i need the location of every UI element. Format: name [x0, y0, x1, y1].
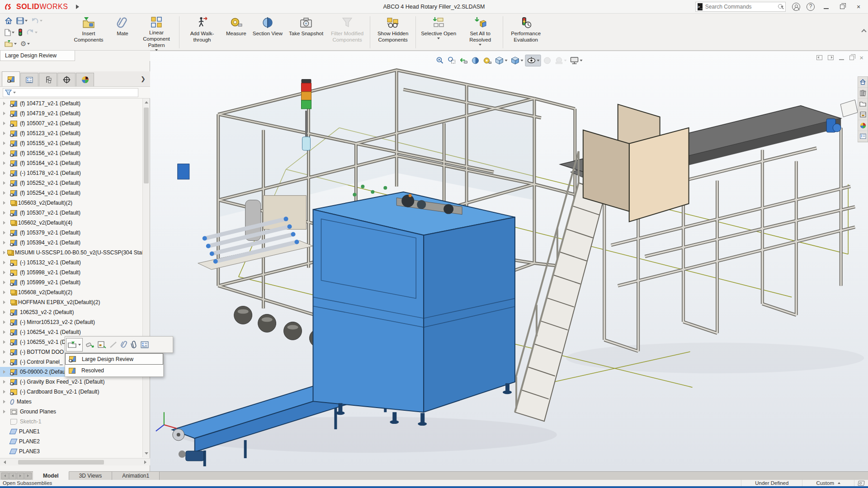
tab-propertymanager[interactable]	[20, 73, 38, 86]
open-dropdown-icon[interactable]	[14, 43, 17, 45]
tree-vertical-scrollbar[interactable]	[142, 99, 150, 457]
search-input[interactable]	[705, 4, 775, 10]
ribbon-button-performance-evaluation[interactable]: Performance Evaluation	[505, 14, 547, 50]
graphics-viewport[interactable]: ×	[150, 51, 868, 471]
tree-item-ground-planes[interactable]: Ground Planes	[0, 407, 143, 417]
open-button[interactable]	[4, 40, 18, 48]
tree-item[interactable]: (-) 105132_v2-1 (Default)	[0, 258, 143, 267]
tree-item[interactable]: HOFFMAN E1PBX_v2(Default)(2)	[0, 297, 143, 307]
tree-item[interactable]: (-) Gravity Box Feed_v2-1 (Default)	[0, 377, 143, 387]
solidworks-resources-home-icon[interactable]	[858, 77, 868, 88]
tree-item[interactable]: (-) Cardboard Box_v2-1 (Default)	[0, 387, 143, 397]
smart-mate-icon[interactable]	[131, 340, 138, 349]
tree-item[interactable]: (f) 105999_v2-1 (Default)	[0, 277, 143, 287]
ribbon-button-section-view[interactable]: Section View	[250, 14, 286, 50]
doc-minimize-icon[interactable]	[839, 56, 844, 60]
ribbon-button-insert-components[interactable]: Insert Components	[68, 14, 109, 50]
tree-item-plane[interactable]: PLANE2	[0, 436, 143, 446]
tree-item[interactable]: (f) 104719_v2-1 (Default)	[0, 108, 143, 118]
tree-item[interactable]: (f) 105156_v2-1 (Default)	[0, 148, 143, 158]
tree-item[interactable]: 106253_v2-2 (Default)	[0, 307, 143, 317]
tree-item[interactable]: (f) 105123_v2-1 (Default)	[0, 128, 143, 138]
scrollbar-thumb[interactable]	[144, 108, 149, 183]
tab-dimxpertmanager[interactable]	[57, 73, 75, 86]
selective-open-dropdown-icon[interactable]	[437, 38, 440, 39]
minimize-button[interactable]	[821, 3, 831, 10]
tree-item[interactable]: (f) 105164_v2-1 (Default)	[0, 158, 143, 168]
help-icon[interactable]: ?	[807, 3, 815, 11]
save-dropdown-icon[interactable]	[25, 20, 28, 22]
open-component-button[interactable]	[66, 338, 83, 352]
display-state-selector[interactable]: Custom	[802, 480, 854, 486]
tree-item[interactable]: (-) 105178_v2-1 (Default)	[0, 168, 143, 178]
ribbon-button-selective-open[interactable]: Selective Open	[418, 14, 459, 50]
ribbon-button-mate[interactable]: Mate	[109, 14, 136, 50]
menu-item-resolved[interactable]: Resolved	[65, 365, 163, 376]
component-preview-icon[interactable]	[97, 341, 106, 349]
commandmanager-tab-large-design-review[interactable]: Large Design Review	[0, 51, 75, 61]
ribbon-button-take-snapshot[interactable]: Take Snapshot	[286, 14, 326, 50]
display-style-icon[interactable]	[509, 55, 524, 66]
collapse-left-pane-icon[interactable]	[816, 55, 822, 60]
tree-item[interactable]: (f) 105254_v2-1 (Default)	[0, 188, 143, 198]
tab-displaymanager[interactable]	[76, 73, 94, 86]
file-explorer-folder-icon[interactable]	[858, 99, 868, 109]
last-tab-button[interactable]	[24, 473, 32, 479]
tree-item-sketch[interactable]: Sketch-1	[0, 417, 143, 427]
redo-button[interactable]	[25, 28, 38, 36]
ribbon-button-show-hidden-components[interactable]: Show Hidden Components	[372, 14, 414, 50]
hide-show-dropdown-icon[interactable]	[537, 60, 540, 61]
view-orientation-dropdown-icon[interactable]	[505, 60, 508, 61]
zoom-to-area-icon[interactable]	[447, 55, 458, 66]
tab-model[interactable]: Model	[33, 471, 69, 480]
open-mode-dropdown-icon[interactable]	[78, 344, 81, 346]
options-dropdown-icon[interactable]	[27, 43, 30, 45]
prev-tab-button[interactable]	[9, 473, 16, 479]
tree-item[interactable]: (f) 105379_v2-1 (Default)	[0, 228, 143, 238]
tree-item-plane[interactable]: PLANE3	[0, 446, 143, 456]
tree-item[interactable]: (f) 105998_v2-1 (Default)	[0, 267, 143, 277]
options-gear-button[interactable]: ⚙	[19, 39, 31, 48]
section-view-icon[interactable]	[470, 55, 481, 66]
tree-item[interactable]: (f) 104717_v2-1 (Default)	[0, 99, 143, 108]
ribbon-collapse-icon[interactable]	[861, 29, 866, 34]
tree-horizontal-scrollbar[interactable]	[0, 458, 150, 465]
make-virtual-icon[interactable]	[85, 341, 94, 349]
view-settings-icon[interactable]	[569, 55, 584, 66]
set-resolved-dropdown-icon[interactable]	[479, 44, 481, 46]
traffic-light-icon[interactable]	[17, 28, 24, 37]
search-commands-box[interactable]: >_	[695, 2, 786, 12]
tags-button[interactable]	[854, 480, 868, 486]
filter-dropdown-icon[interactable]	[13, 92, 16, 94]
tree-item[interactable]: (-) 106254_v2-1 (Default)	[0, 327, 143, 337]
tree-item[interactable]: (f) 105155_v2-1 (Default)	[0, 138, 143, 148]
tree-item[interactable]: 105602_v2(Default)(4)	[0, 218, 143, 228]
display-style-dropdown-icon[interactable]	[521, 60, 524, 61]
doc-restore-icon[interactable]	[849, 56, 854, 60]
tab-animation1[interactable]: Animation1	[112, 472, 160, 480]
first-tab-button[interactable]	[1, 473, 9, 479]
design-library-books-icon[interactable]	[858, 88, 868, 99]
close-button[interactable]: ×	[854, 3, 863, 10]
custom-properties-list-icon[interactable]	[858, 131, 868, 142]
appearances-scenes-sphere-icon[interactable]	[858, 120, 868, 131]
view-settings-dropdown-icon[interactable]	[580, 60, 583, 61]
tree-item[interactable]: (f) 105252_v2-1 (Default)	[0, 178, 143, 188]
measure-icon[interactable]	[482, 55, 493, 66]
tab-configurationmanager[interactable]	[39, 73, 57, 86]
new-dropdown-icon[interactable]	[12, 32, 14, 33]
zoom-to-fit-icon[interactable]	[435, 55, 446, 66]
next-tab-button[interactable]	[17, 473, 24, 479]
user-account-icon[interactable]	[792, 3, 800, 11]
tree-item[interactable]: 105603_v2(Default)(2)	[0, 198, 143, 208]
previous-view-icon[interactable]	[458, 55, 469, 66]
panel-tabs-overflow-icon[interactable]: ❯	[141, 75, 146, 82]
new-document-button[interactable]	[4, 28, 15, 37]
tree-item-plane[interactable]: PLANE1	[0, 427, 143, 436]
hide-show-items-icon[interactable]	[525, 55, 541, 66]
ribbon-button-add-walkthrough[interactable]: Add Walk-through	[181, 14, 223, 50]
restore-button[interactable]	[837, 3, 847, 10]
mate-paperclip-icon[interactable]	[121, 340, 128, 349]
tree-item[interactable]: (f) 105394_v2-1 (Default)	[0, 238, 143, 248]
hide-component-icon[interactable]	[109, 341, 118, 349]
